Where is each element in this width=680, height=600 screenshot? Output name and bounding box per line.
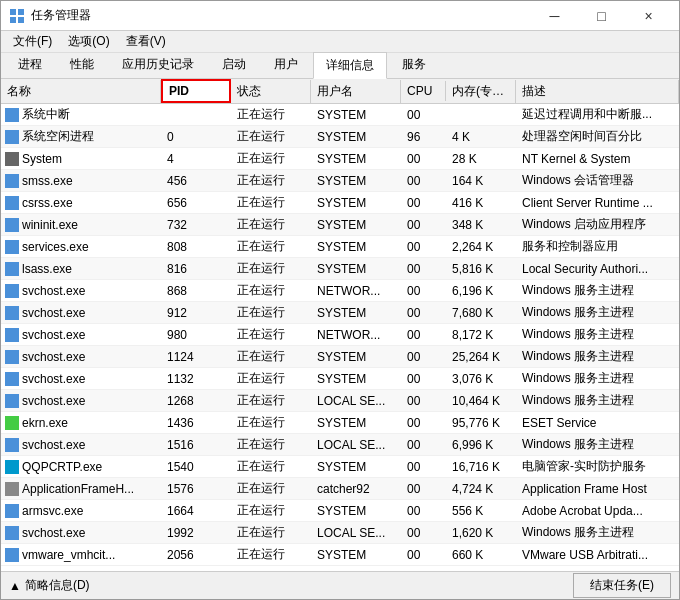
close-button[interactable]: × [626,1,671,31]
desc-cell: Windows 服务主进程 [516,324,679,345]
user-cell: SYSTEM [311,502,401,520]
status-cell: 正在运行 [231,280,311,301]
process-icon [5,460,19,474]
desc-cell: Client Server Runtime ... [516,194,679,212]
table-row[interactable]: csrss.exe656正在运行SYSTEM00416 KClient Serv… [1,192,679,214]
th-status[interactable]: 状态 [231,80,311,103]
table-row[interactable]: svchost.exe1268正在运行LOCAL SE...0010,464 K… [1,390,679,412]
process-name-text: svchost.exe [22,526,85,540]
table-body[interactable]: 系统中断正在运行SYSTEM00延迟过程调用和中断服...系统空闲进程0正在运行… [1,104,679,571]
process-icon [5,218,19,232]
table-row[interactable]: lsass.exe816正在运行SYSTEM005,816 KLocal Sec… [1,258,679,280]
process-name-text: wininit.exe [22,218,78,232]
user-cell: catcher92 [311,480,401,498]
process-name-cell: armsvc.exe [1,502,161,520]
tab-services[interactable]: 服务 [389,51,439,78]
table-row[interactable]: svchost.exe1124正在运行SYSTEM0025,264 KWindo… [1,346,679,368]
table-row[interactable]: QQPCRTP.exe1540正在运行SYSTEM0016,716 K电脑管家-… [1,456,679,478]
table-row[interactable]: svchost.exe1516正在运行LOCAL SE...006,996 KW… [1,434,679,456]
table-row[interactable]: wininit.exe732正在运行SYSTEM00348 KWindows 启… [1,214,679,236]
tab-details[interactable]: 详细信息 [313,52,387,79]
memory-cell: 10,464 K [446,392,516,410]
pid-cell: 1436 [161,414,231,432]
process-name-text: svchost.exe [22,328,85,342]
process-name-cell: vmware_vmhcit... [1,546,161,564]
table-row[interactable]: ekrn.exe1436正在运行SYSTEM0095,776 KESET Ser… [1,412,679,434]
process-name-cell: ekrn.exe [1,414,161,432]
user-cell: LOCAL SE... [311,436,401,454]
user-cell: SYSTEM [311,216,401,234]
process-icon [5,416,19,430]
title-bar-left: 任务管理器 [9,7,91,24]
table-row[interactable]: svchost.exe980正在运行NETWOR...008,172 KWind… [1,324,679,346]
status-text[interactable]: ▲ 简略信息(D) [9,577,90,594]
svg-rect-2 [10,17,16,23]
menu-file[interactable]: 文件(F) [5,31,60,52]
process-icon [5,350,19,364]
memory-cell: 556 K [446,502,516,520]
status-cell: 正在运行 [231,214,311,235]
memory-cell: 25,264 K [446,348,516,366]
table-row[interactable]: vmware_vmhcit...2056正在运行SYSTEM00660 KVMw… [1,544,679,566]
tab-process[interactable]: 进程 [5,51,55,78]
process-name-text: csrss.exe [22,196,73,210]
process-icon [5,328,19,342]
pid-cell: 1124 [161,348,231,366]
table-row[interactable]: svchost.exe1132正在运行SYSTEM003,076 KWindow… [1,368,679,390]
status-cell: 正在运行 [231,126,311,147]
status-cell: 正在运行 [231,368,311,389]
th-name[interactable]: 名称 [1,80,161,103]
table-row[interactable]: svchost.exe1992正在运行LOCAL SE...001,620 KW… [1,522,679,544]
title-buttons: ─ □ × [532,1,671,31]
th-user[interactable]: 用户名 [311,80,401,103]
tab-startup[interactable]: 启动 [209,51,259,78]
th-cpu[interactable]: CPU [401,81,446,101]
process-name-cell: svchost.exe [1,282,161,300]
window-icon [9,8,25,24]
table-row[interactable]: services.exe808正在运行SYSTEM002,264 K服务和控制器… [1,236,679,258]
desc-cell: Adobe Acrobat Upda... [516,502,679,520]
minimize-button[interactable]: ─ [532,1,577,31]
status-cell: 正在运行 [231,148,311,169]
user-cell: SYSTEM [311,370,401,388]
process-icon [5,306,19,320]
table-row[interactable]: smss.exe456正在运行SYSTEM00164 KWindows 会话管理… [1,170,679,192]
memory-cell: 2,264 K [446,238,516,256]
memory-cell: 16,716 K [446,458,516,476]
process-icon [5,108,19,122]
menu-options[interactable]: 选项(O) [60,31,117,52]
th-pid[interactable]: PID [161,79,231,103]
table-row[interactable]: svchost.exe868正在运行NETWOR...006,196 KWind… [1,280,679,302]
pid-cell: 980 [161,326,231,344]
status-cell: 正在运行 [231,500,311,521]
end-task-button[interactable]: 结束任务(E) [573,573,671,598]
table-row[interactable]: svchost.exe912正在运行SYSTEM007,680 KWindows… [1,302,679,324]
process-icon [5,526,19,540]
process-name-text: svchost.exe [22,306,85,320]
cpu-cell: 00 [401,392,446,410]
desc-cell: Windows 服务主进程 [516,434,679,455]
process-name-cell: svchost.exe [1,326,161,344]
table-row[interactable]: armsvc.exe1664正在运行SYSTEM00556 KAdobe Acr… [1,500,679,522]
status-cell: 正在运行 [231,434,311,455]
menu-view[interactable]: 查看(V) [118,31,174,52]
process-name-cell: svchost.exe [1,304,161,322]
table-row[interactable]: ApplicationFrameH...1576正在运行catcher92004… [1,478,679,500]
status-cell: 正在运行 [231,324,311,345]
process-name-text: smss.exe [22,174,73,188]
pid-cell: 0 [161,128,231,146]
pid-cell: 1268 [161,392,231,410]
tab-app-history[interactable]: 应用历史记录 [109,51,207,78]
table-row[interactable]: 系统空闲进程0正在运行SYSTEM964 K处理器空闲时间百分比 [1,126,679,148]
memory-cell: 4,724 K [446,480,516,498]
maximize-button[interactable]: □ [579,1,624,31]
tab-users[interactable]: 用户 [261,51,311,78]
th-desc[interactable]: 描述 [516,80,679,103]
table-row[interactable]: System4正在运行SYSTEM0028 KNT Kernel & Syste… [1,148,679,170]
table-row[interactable]: 系统中断正在运行SYSTEM00延迟过程调用和中断服... [1,104,679,126]
tab-performance[interactable]: 性能 [57,51,107,78]
th-memory[interactable]: 内存(专用... [446,80,516,103]
process-name-text: svchost.exe [22,372,85,386]
process-name-cell: svchost.exe [1,370,161,388]
memory-cell: 348 K [446,216,516,234]
